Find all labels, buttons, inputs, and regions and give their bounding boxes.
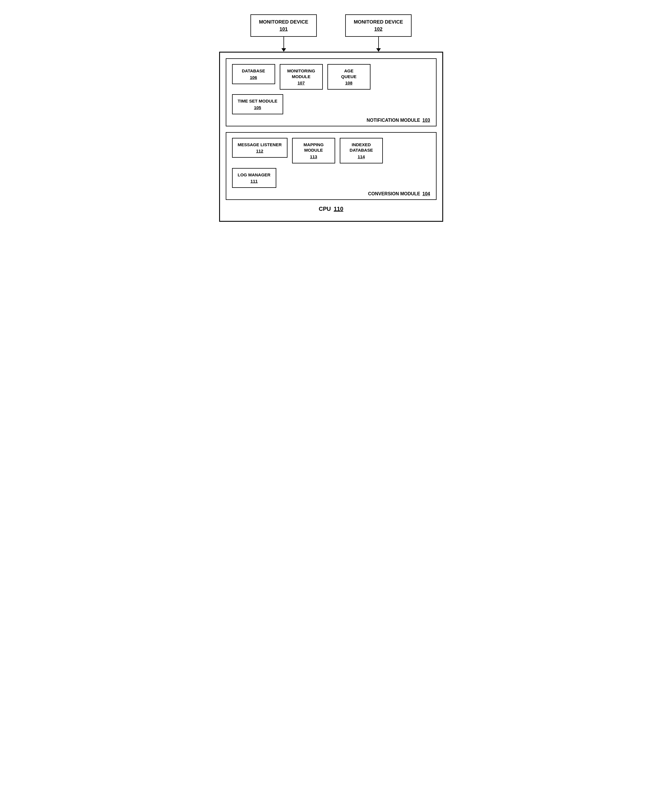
arrow-down-101 [258, 37, 310, 52]
age-queue-108-box: AGEQUEUE 108 [328, 64, 371, 90]
age-queue-108-num: 108 [345, 80, 352, 85]
notification-module-label-row: NOTIFICATION MODULE 103 [366, 118, 430, 123]
monitoring-module-107-num: 107 [297, 80, 305, 85]
conversion-module-label: CONVERSION MODULE [368, 191, 420, 196]
device-102-num: 102 [374, 26, 382, 32]
cpu-outer-box: DATABASE 106 MONITORINGMODULE 107 AGEQUE… [219, 52, 443, 222]
arrow-line-102 [378, 37, 379, 48]
notification-module-box: DATABASE 106 MONITORINGMODULE 107 AGEQUE… [226, 58, 437, 126]
conversion-top-items-row: MESSAGE LISTENER 112 MAPPINGMODULE 113 I… [232, 138, 430, 164]
database-106-box: DATABASE 106 [232, 64, 275, 84]
indexed-database-114-box: INDEXEDDATABASE 114 [340, 138, 383, 164]
conversion-module-box: MESSAGE LISTENER 112 MAPPINGMODULE 113 I… [226, 132, 437, 200]
log-manager-111-box: LOG MANAGER 111 [232, 168, 276, 188]
conversion-bottom-items-row: LOG MANAGER 111 [232, 168, 430, 188]
message-listener-112-num: 112 [256, 148, 264, 153]
cpu-num: 110 [334, 206, 343, 212]
cpu-label-row: CPU 110 [226, 206, 437, 212]
time-set-module-105-label: TIME SET MODULE [238, 98, 278, 104]
device-102-label: MONITORED DEVICE [354, 19, 403, 25]
arrows-row [219, 37, 443, 52]
monitoring-module-107-label: MONITORINGMODULE [286, 68, 317, 79]
notification-module-num: 103 [423, 118, 430, 123]
monitoring-module-107-box: MONITORINGMODULE 107 [280, 64, 323, 90]
time-set-module-105-box: TIME SET MODULE 105 [232, 94, 283, 114]
message-listener-112-label: MESSAGE LISTENER [238, 142, 282, 148]
message-listener-112-box: MESSAGE LISTENER 112 [232, 138, 288, 158]
time-set-module-105-num: 105 [254, 105, 261, 110]
arrow-head-101 [281, 48, 286, 52]
notification-module-label: NOTIFICATION MODULE [366, 118, 420, 123]
arrow-down-102 [353, 37, 404, 52]
monitored-device-101: MONITORED DEVICE 101 [251, 14, 317, 37]
monitored-device-102: MONITORED DEVICE 102 [345, 14, 412, 37]
mapping-module-113-label: MAPPINGMODULE [298, 142, 329, 153]
notification-top-items-row: DATABASE 106 MONITORINGMODULE 107 AGEQUE… [232, 64, 430, 90]
conversion-module-num: 104 [423, 191, 430, 196]
log-manager-111-label: LOG MANAGER [238, 172, 270, 178]
diagram-container: MONITORED DEVICE 101 MONITORED DEVICE 10… [214, 6, 449, 230]
cpu-label: CPU [319, 206, 331, 212]
device-101-label: MONITORED DEVICE [259, 19, 309, 25]
mapping-module-113-num: 113 [310, 154, 317, 159]
arrow-line-101 [283, 37, 284, 48]
indexed-database-114-num: 114 [358, 154, 365, 159]
indexed-database-114-label: INDEXEDDATABASE [345, 142, 377, 153]
arrow-head-102 [376, 48, 381, 52]
database-106-num: 106 [250, 75, 257, 80]
conversion-module-label-row: CONVERSION MODULE 104 [368, 191, 430, 196]
mapping-module-113-box: MAPPINGMODULE 113 [292, 138, 335, 164]
notification-bottom-items-row: TIME SET MODULE 105 [232, 94, 430, 114]
top-devices-row: MONITORED DEVICE 101 MONITORED DEVICE 10… [219, 14, 443, 37]
log-manager-111-num: 111 [251, 178, 258, 183]
device-101-num: 101 [280, 26, 288, 32]
database-106-label: DATABASE [238, 68, 269, 74]
age-queue-108-label: AGEQUEUE [333, 68, 365, 79]
